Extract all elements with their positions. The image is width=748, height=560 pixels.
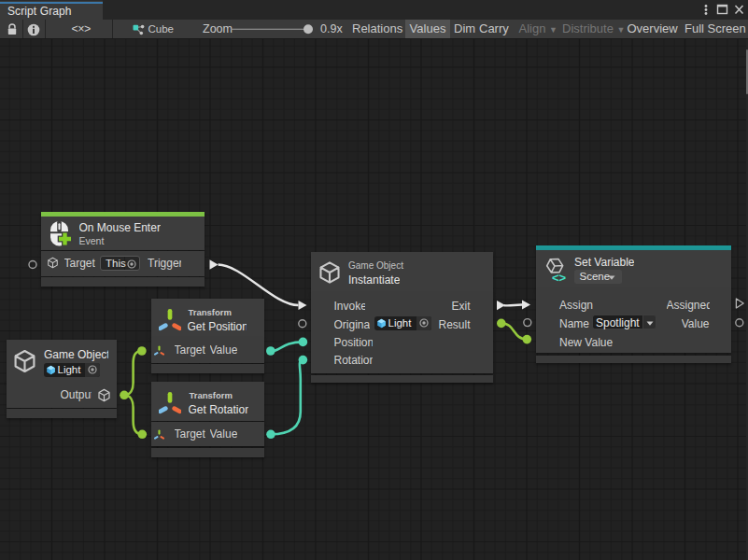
svg-text:<>: <> (552, 271, 567, 284)
